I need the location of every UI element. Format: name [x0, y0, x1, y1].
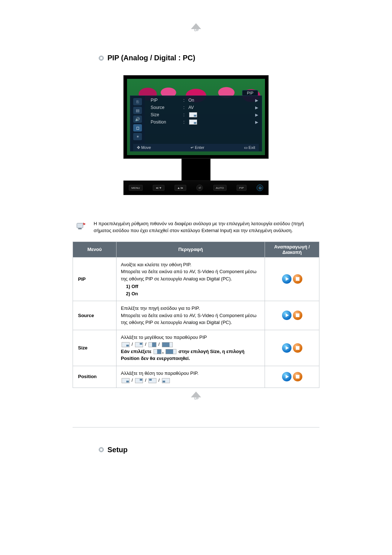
up-icon	[190, 23, 202, 33]
monitor-button-bar: MENU ◄/▼ ▲/► ⏎ AUTO PIP ⏻	[123, 181, 269, 195]
play-icon[interactable]	[282, 343, 291, 353]
th-play: Αναπαραγωγή / Διακοπή	[265, 242, 319, 257]
row-position-play[interactable]	[265, 366, 319, 388]
nav-button-1: ◄/▼	[153, 185, 164, 191]
up-arrow-top[interactable]	[73, 23, 319, 33]
source-button: ⏎	[196, 185, 203, 191]
row-pip-menu: PIP	[73, 257, 117, 301]
play-icon[interactable]	[282, 372, 291, 381]
nav-button-2: ▲/►	[175, 185, 186, 191]
osd-tab-pip-icon: ◻	[133, 124, 142, 131]
table-row: Position Αλλάξτε τη θέση του παραθύρου P…	[73, 366, 319, 388]
table-row: Source Επιλέξτε την πηγή εισόδου για το …	[73, 301, 319, 330]
row-position-menu: Position	[73, 366, 117, 388]
note-icon	[75, 220, 86, 231]
pip-table: Μενού Περιγραφή Αναπαραγωγή / Διακοπή PI…	[73, 242, 319, 388]
bullet-icon	[99, 56, 104, 61]
play-icon[interactable]	[282, 274, 291, 284]
row-source-desc: Επιλέξτε την πηγή εισόδου για το PIP. Μπ…	[117, 301, 265, 330]
section-title: Setup	[107, 446, 128, 454]
stop-icon[interactable]	[293, 274, 302, 284]
osd-tab-input-icon: ⎘	[133, 98, 142, 105]
osd-badge: PIP	[242, 90, 258, 96]
section-title: PIP (Analog / Digital : PC)	[107, 54, 195, 62]
th-menu: Μενού	[73, 242, 117, 257]
row-source-menu: Source	[73, 301, 117, 330]
osd-tab-setup-icon: ✶	[133, 133, 142, 140]
up-arrow-mid[interactable]	[73, 392, 319, 402]
pip-button: PIP	[237, 185, 246, 191]
auto-button: AUTO	[213, 185, 226, 191]
osd-footer: ✥ Move ↵ Enter ▭ Exit	[133, 144, 259, 151]
play-icon[interactable]	[282, 311, 291, 320]
osd-tab-picture-icon: ▤	[133, 107, 142, 114]
row-pip-play[interactable]	[265, 257, 319, 301]
row-source-play[interactable]	[265, 301, 319, 330]
menu-button: MENU	[129, 185, 143, 191]
power-button: ⏻	[257, 185, 263, 191]
note-text: Η προεπιλεγμένη ρύθμιση πιθανόν να διαφέ…	[94, 220, 319, 234]
row-size-desc: Αλλάξτε το μεγέθους του παραθύρου PIP / …	[117, 330, 265, 366]
note-row: Η προεπιλεγμένη ρύθμιση πιθανόν να διαφέ…	[73, 220, 319, 234]
section-heading-setup: Setup	[99, 446, 319, 454]
row-size-play[interactable]	[265, 330, 319, 366]
section-heading-pip: PIP (Analog / Digital : PC)	[99, 54, 319, 62]
row-pip-desc: Ανοίξτε και κλείστε την οθόνη PIP. Μπορε…	[117, 257, 265, 301]
svg-rect-1	[78, 228, 82, 230]
up-icon	[190, 392, 202, 402]
divider	[73, 427, 319, 428]
table-row: PIP Ανοίξτε και κλείστε την οθόνη PIP. Μ…	[73, 257, 319, 301]
row-size-menu: Size	[73, 330, 117, 366]
table-row: Size Αλλάξτε το μεγέθους του παραθύρου P…	[73, 330, 319, 366]
monitor-illustration: ⎘ ▤ 🔊 ◻ ✶ PIP PIP:On▶ Source:AV▶ Size:▶ …	[73, 75, 319, 195]
osd-panel: ⎘ ▤ 🔊 ◻ ✶ PIP PIP:On▶ Source:AV▶ Size:▶ …	[130, 96, 262, 151]
row-position-desc: Αλλάξτε τη θέση του παραθύρου PIP. / / /	[117, 366, 265, 388]
th-desc: Περιγραφή	[117, 242, 265, 257]
stop-icon[interactable]	[293, 311, 302, 320]
bullet-icon	[99, 447, 104, 452]
osd-tab-sound-icon: 🔊	[133, 116, 142, 123]
stop-icon[interactable]	[293, 343, 302, 353]
svg-rect-0	[77, 223, 83, 228]
stop-icon[interactable]	[293, 372, 302, 381]
